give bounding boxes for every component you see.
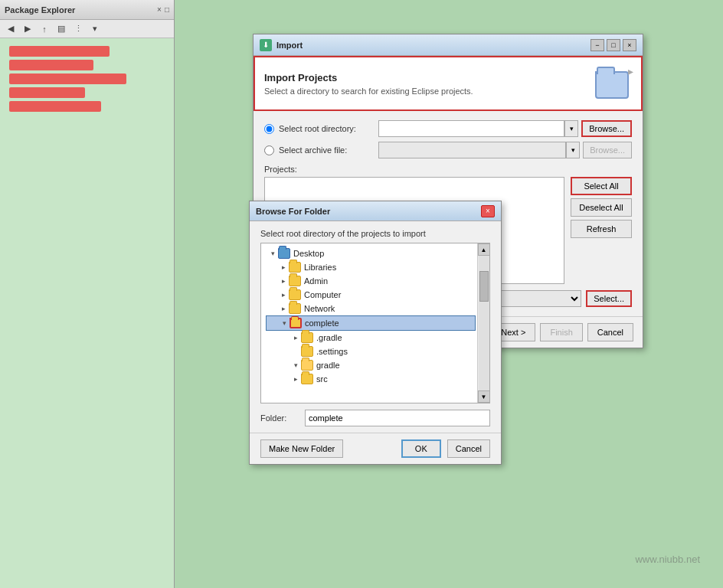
expand-src[interactable]: ▸	[290, 374, 301, 384]
expand-gradle[interactable]: ▾	[290, 360, 301, 371]
browse-footer: Make New Folder OK Cancel	[250, 433, 501, 464]
archive-path-dropdown[interactable]: ▾	[566, 142, 580, 158]
browse-archive-btn[interactable]: Browse...	[583, 142, 632, 158]
import-dialog-title: Import	[276, 41, 591, 50]
package-explorer-titlebar: Package Explorer × □	[0, 0, 174, 20]
folder-icon-large	[595, 71, 629, 99]
make-new-folder-btn[interactable]: Make New Folder	[260, 439, 343, 458]
folder-icon-network	[289, 303, 301, 314]
tree-scrollbar[interactable]: ▲ ▼	[477, 243, 489, 403]
expand-complete[interactable]: ▾	[279, 318, 290, 328]
folder-arrow-icon: ▸	[628, 65, 633, 77]
import-dialog-close[interactable]: ×	[623, 39, 636, 51]
toolbar-up-btn[interactable]: ↑	[37, 21, 52, 37]
browse-folder-title: Browse For Folder	[256, 207, 481, 216]
package-explorer-title: Package Explorer	[5, 5, 154, 15]
finish-btn[interactable]: Finish	[540, 323, 582, 341]
deselect-all-btn[interactable]: Deselect All	[571, 198, 632, 217]
tree-label-gradle: gradle	[316, 361, 340, 370]
tree-node-desktop[interactable]: ▾ Desktop	[266, 247, 476, 260]
tree-node-network[interactable]: ▸ Network	[266, 302, 476, 315]
folder-icon-gradle-hidden	[301, 332, 313, 343]
tree-node-complete[interactable]: ▾ complete	[266, 315, 476, 331]
toolbar-forward-btn[interactable]: ▶	[20, 21, 35, 37]
select-root-label: Select root directory:	[279, 124, 378, 133]
browse-tree-content: ▾ Desktop ▸ Libraries ▸ Admin ▸ Computer	[261, 243, 489, 389]
browse-folder-dialog: Browse For Folder × Select root director…	[249, 201, 502, 465]
projects-buttons: Select All Deselect All Refresh	[571, 177, 632, 284]
select-all-btn[interactable]: Select All	[571, 177, 632, 195]
tree-node-admin[interactable]: ▸ Admin	[266, 274, 476, 288]
project-item-2[interactable]	[9, 60, 93, 70]
expand-desktop[interactable]: ▾	[267, 248, 278, 259]
package-explorer-close[interactable]: ×	[157, 5, 162, 14]
tree-label-settings: .settings	[316, 347, 348, 356]
project-item-1[interactable]	[9, 46, 110, 57]
project-item-5[interactable]	[9, 101, 101, 112]
import-cancel-btn[interactable]: Cancel	[587, 323, 633, 341]
import-projects-header: Import Projects Select a directory to se…	[254, 56, 643, 111]
tree-label-complete: complete	[305, 318, 339, 328]
select-archive-label: Select archive file:	[279, 145, 378, 155]
expand-network[interactable]: ▸	[278, 303, 289, 314]
import-dialog-minimize[interactable]: −	[591, 39, 604, 51]
folder-label: Folder:	[260, 413, 299, 423]
expand-admin[interactable]: ▸	[278, 276, 289, 286]
tree-label-gradle-hidden: .gradle	[316, 333, 342, 342]
tree-node-src[interactable]: ▸ src	[266, 372, 476, 386]
scroll-down-arrow[interactable]: ▼	[478, 390, 490, 403]
tree-label-admin: Admin	[304, 276, 328, 286]
select-archive-row: Select archive file: ▾ Browse...	[264, 142, 632, 158]
scroll-up-arrow[interactable]: ▲	[478, 243, 490, 256]
tree-node-gradle[interactable]: ▾ gradle	[266, 358, 476, 372]
toolbar-collapse-btn[interactable]: ▤	[54, 21, 69, 37]
browse-instruction: Select root directory of the projects to…	[250, 221, 501, 243]
package-explorer-toolbar: ◀ ▶ ↑ ▤ ⋮ ▾	[0, 20, 174, 38]
expand-computer[interactable]: ▸	[278, 289, 289, 300]
browse-tree-area[interactable]: ▾ Desktop ▸ Libraries ▸ Admin ▸ Computer	[260, 243, 490, 403]
expand-libraries[interactable]: ▸	[278, 262, 289, 273]
import-dialog-maximize[interactable]: □	[607, 39, 620, 51]
package-explorer-content	[0, 38, 174, 119]
toolbar-menu-btn[interactable]: ▾	[87, 21, 103, 37]
toolbar-back-btn[interactable]: ◀	[3, 21, 18, 37]
import-dialog-titlebar: ⬇ Import − □ ×	[254, 34, 643, 56]
tree-label-network: Network	[304, 304, 335, 313]
tree-label-computer: Computer	[304, 290, 341, 299]
folder-icon-desktop	[278, 248, 290, 259]
tree-node-gradle-hidden[interactable]: ▸ .gradle	[266, 331, 476, 345]
tree-node-libraries[interactable]: ▸ Libraries	[266, 260, 476, 274]
root-path-dropdown[interactable]: ▾	[564, 120, 578, 137]
package-explorer-minimize[interactable]: □	[165, 5, 169, 14]
folder-input-row: Folder:	[250, 403, 501, 433]
expand-gradle-hidden[interactable]: ▸	[290, 332, 301, 343]
project-item-4[interactable]	[9, 87, 85, 98]
browse-folder-titlebar: Browse For Folder ×	[250, 201, 501, 221]
root-path-input[interactable]	[378, 120, 564, 137]
folder-icon-gradle	[301, 360, 313, 371]
working-sets-select-btn[interactable]: Select...	[586, 290, 632, 307]
scroll-track[interactable]	[479, 256, 489, 390]
package-explorer-panel: Package Explorer × □ ◀ ▶ ↑ ▤ ⋮ ▾	[0, 0, 175, 588]
project-item-3[interactable]	[9, 74, 126, 84]
browse-root-btn[interactable]: Browse...	[581, 120, 632, 137]
import-header-text: Import Projects Select a directory to se…	[264, 72, 473, 96]
browse-cancel-btn[interactable]: Cancel	[447, 439, 490, 458]
refresh-btn[interactable]: Refresh	[571, 220, 632, 238]
import-subtext: Select a directory to search for existin…	[264, 87, 473, 96]
select-root-radio[interactable]	[264, 124, 274, 134]
folder-icon-complete	[290, 318, 302, 328]
browse-folder-close-btn[interactable]: ×	[481, 205, 495, 217]
browse-ok-btn[interactable]: OK	[401, 439, 441, 458]
select-root-row: Select root directory: ▾ Browse...	[264, 120, 632, 137]
import-title-icon: ⬇	[260, 39, 272, 51]
tree-node-settings[interactable]: .settings	[266, 345, 476, 358]
folder-icon-computer	[289, 289, 301, 300]
toolbar-link-btn[interactable]: ⋮	[70, 21, 86, 37]
folder-value-input[interactable]	[305, 410, 490, 426]
archive-path-input[interactable]	[378, 142, 566, 158]
select-archive-radio[interactable]	[264, 145, 274, 155]
import-heading: Import Projects	[264, 72, 473, 83]
tree-node-computer[interactable]: ▸ Computer	[266, 288, 476, 302]
scroll-thumb[interactable]	[479, 271, 489, 302]
